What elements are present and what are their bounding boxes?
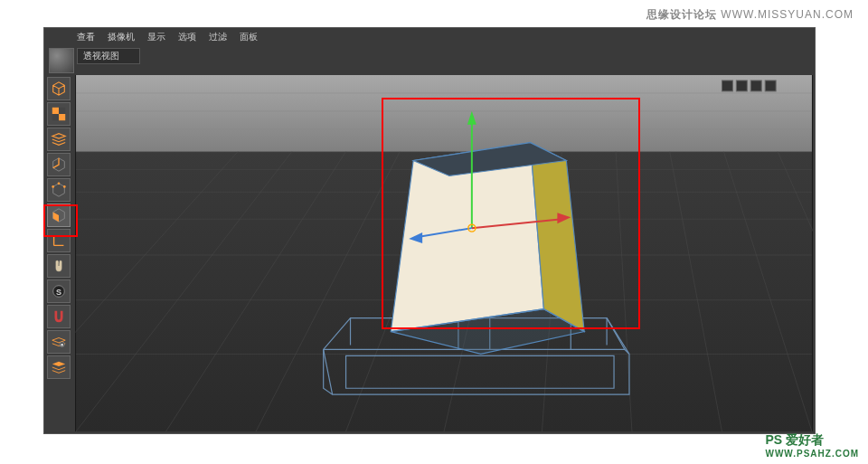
watermark-top-url: WWW.MISSYUAN.COM (721, 8, 854, 21)
edge-icon (51, 156, 67, 173)
viewport-scene (75, 75, 813, 431)
svg-rect-21 (736, 80, 747, 91)
menu-filter[interactable]: 过滤 (209, 31, 227, 43)
svg-rect-2 (59, 108, 65, 114)
watermark-bottom-url: WWW.PSAHZ.COM (765, 449, 859, 459)
watermark-top-cn: 思缘设计论坛 (646, 8, 717, 21)
svg-text:S: S (56, 288, 61, 297)
polygon-icon (51, 207, 67, 223)
model-tool[interactable] (47, 77, 71, 100)
viewport-title: 透视视图 (77, 48, 140, 64)
magnet-icon (51, 308, 67, 325)
svg-rect-0 (52, 108, 59, 114)
workplane-tool[interactable] (47, 128, 71, 151)
menu-options[interactable]: 选项 (178, 31, 196, 43)
axis-tool[interactable] (47, 229, 71, 252)
viewport-axis-gizmo[interactable] (49, 48, 74, 73)
watermark-bottom-main: PS 爱好者 (765, 432, 824, 447)
texture-tool[interactable] (47, 102, 71, 126)
snap-icon: S (51, 283, 67, 299)
lock-icon (51, 334, 67, 350)
svg-rect-1 (59, 114, 65, 120)
point-icon (51, 182, 67, 198)
cube-icon (51, 80, 67, 97)
menu-camera[interactable]: 摄像机 (108, 31, 135, 43)
axis-icon (51, 232, 67, 249)
magnet-tool[interactable] (47, 305, 71, 328)
mode-toolbar: S (44, 75, 73, 379)
snap-tool[interactable]: S (47, 279, 71, 303)
lock-tool[interactable] (47, 330, 71, 354)
watermark-top: 思缘设计论坛 WWW.MISSYUAN.COM (646, 7, 854, 23)
app-window: 查看 摄像机 显示 选项 过滤 面板 透视视图 (43, 27, 816, 434)
hand-icon (51, 258, 67, 274)
svg-rect-20 (722, 80, 732, 91)
svg-rect-11 (76, 75, 812, 152)
watermark-bottom: PS 爱好者 WWW.PSAHZ.COM (765, 432, 859, 459)
point-tool[interactable] (47, 178, 71, 202)
menu-display[interactable]: 显示 (147, 31, 165, 43)
menu-view[interactable]: 查看 (77, 31, 95, 43)
selected-prism (391, 143, 584, 355)
svg-rect-3 (52, 114, 59, 120)
layer-icon (51, 359, 67, 375)
checker-icon (51, 106, 67, 122)
stack-icon (51, 131, 67, 147)
edge-tool[interactable] (47, 153, 71, 176)
svg-point-5 (52, 185, 54, 188)
polygon-tool[interactable] (47, 204, 71, 227)
layer-tool[interactable] (47, 355, 71, 379)
svg-rect-23 (765, 80, 776, 91)
tweak-tool[interactable] (47, 254, 71, 278)
viewport-title-text: 透视视图 (83, 50, 119, 62)
menubar: 查看 摄像机 显示 选项 过滤 面板 (44, 28, 815, 46)
svg-point-4 (58, 182, 61, 185)
svg-rect-10 (61, 344, 63, 346)
svg-point-6 (63, 185, 66, 188)
viewport-3d[interactable] (75, 75, 813, 431)
svg-rect-22 (750, 80, 761, 91)
menu-panel[interactable]: 面板 (240, 31, 258, 43)
